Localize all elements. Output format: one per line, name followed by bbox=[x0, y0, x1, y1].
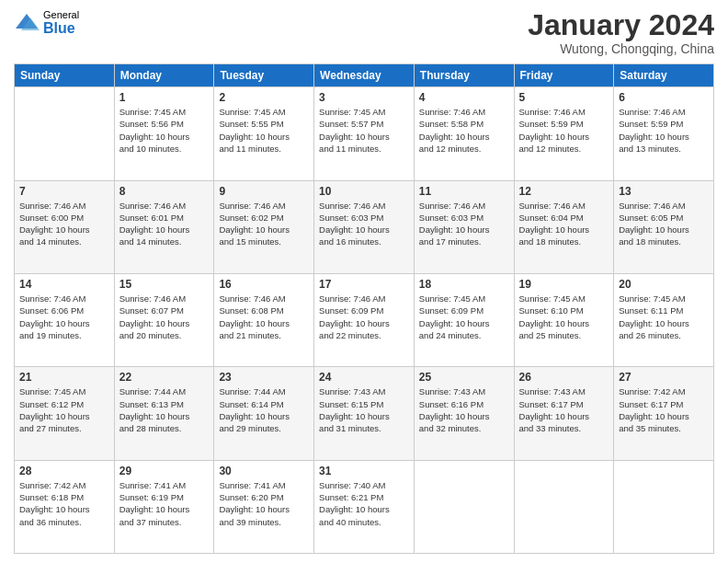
header-row: SundayMondayTuesdayWednesdayThursdayFrid… bbox=[15, 64, 714, 87]
calendar-table: SundayMondayTuesdayWednesdayThursdayFrid… bbox=[14, 63, 714, 554]
day-cell: 20Sunrise: 7:45 AMSunset: 6:11 PMDayligh… bbox=[614, 273, 714, 366]
col-tuesday: Tuesday bbox=[214, 64, 314, 87]
day-info: Sunrise: 7:46 AMSunset: 5:59 PMDaylight:… bbox=[519, 106, 609, 155]
day-cell: 7Sunrise: 7:46 AMSunset: 6:00 PMDaylight… bbox=[15, 180, 115, 273]
day-info: Sunrise: 7:43 AMSunset: 6:15 PMDaylight:… bbox=[319, 385, 409, 434]
day-info: Sunrise: 7:40 AMSunset: 6:21 PMDaylight:… bbox=[319, 479, 409, 528]
week-row-4: 21Sunrise: 7:45 AMSunset: 6:12 PMDayligh… bbox=[15, 367, 714, 460]
col-friday: Friday bbox=[514, 64, 614, 87]
day-info: Sunrise: 7:41 AMSunset: 6:19 PMDaylight:… bbox=[119, 479, 210, 528]
day-info: Sunrise: 7:45 AMSunset: 6:10 PMDaylight:… bbox=[519, 293, 609, 341]
day-number: 28 bbox=[19, 465, 109, 477]
day-cell: 21Sunrise: 7:45 AMSunset: 6:12 PMDayligh… bbox=[15, 367, 115, 460]
day-cell: 4Sunrise: 7:46 AMSunset: 5:58 PMDaylight… bbox=[414, 87, 514, 180]
day-cell: 27Sunrise: 7:42 AMSunset: 6:17 PMDayligh… bbox=[614, 367, 714, 460]
day-number: 26 bbox=[519, 371, 609, 384]
day-number: 17 bbox=[319, 278, 409, 291]
day-number: 31 bbox=[319, 465, 409, 477]
col-thursday: Thursday bbox=[414, 64, 514, 87]
day-info: Sunrise: 7:42 AMSunset: 6:17 PMDaylight:… bbox=[619, 385, 709, 434]
col-monday: Monday bbox=[114, 64, 214, 87]
day-number: 22 bbox=[119, 371, 210, 384]
day-cell: 25Sunrise: 7:43 AMSunset: 6:16 PMDayligh… bbox=[414, 367, 514, 460]
day-cell: 31Sunrise: 7:40 AMSunset: 6:21 PMDayligh… bbox=[314, 460, 415, 553]
day-info: Sunrise: 7:46 AMSunset: 6:06 PMDaylight:… bbox=[19, 293, 109, 341]
day-info: Sunrise: 7:43 AMSunset: 6:16 PMDaylight:… bbox=[419, 385, 509, 434]
day-number: 25 bbox=[419, 371, 509, 384]
day-cell: 11Sunrise: 7:46 AMSunset: 6:03 PMDayligh… bbox=[414, 180, 514, 273]
header-right: January 2024 Wutong, Chongqing, China bbox=[528, 9, 714, 56]
day-cell: 29Sunrise: 7:41 AMSunset: 6:19 PMDayligh… bbox=[114, 460, 214, 553]
day-number: 20 bbox=[619, 278, 709, 291]
day-info: Sunrise: 7:43 AMSunset: 6:17 PMDaylight:… bbox=[519, 385, 609, 434]
day-cell: 16Sunrise: 7:46 AMSunset: 6:08 PMDayligh… bbox=[214, 273, 314, 366]
week-row-5: 28Sunrise: 7:42 AMSunset: 6:18 PMDayligh… bbox=[15, 460, 714, 553]
header: General Blue January 2024 Wutong, Chongq… bbox=[14, 9, 714, 56]
day-number: 19 bbox=[519, 278, 609, 291]
logo: General Blue bbox=[14, 9, 79, 37]
day-cell: 15Sunrise: 7:46 AMSunset: 6:07 PMDayligh… bbox=[114, 273, 214, 366]
day-number: 21 bbox=[19, 371, 109, 384]
day-cell: 19Sunrise: 7:45 AMSunset: 6:10 PMDayligh… bbox=[514, 273, 614, 366]
day-cell: 2Sunrise: 7:45 AMSunset: 5:55 PMDaylight… bbox=[214, 87, 314, 180]
day-cell: 30Sunrise: 7:41 AMSunset: 6:20 PMDayligh… bbox=[214, 460, 314, 553]
day-info: Sunrise: 7:45 AMSunset: 5:55 PMDaylight:… bbox=[219, 106, 309, 155]
day-cell bbox=[15, 87, 115, 180]
day-info: Sunrise: 7:42 AMSunset: 6:18 PMDaylight:… bbox=[19, 479, 109, 528]
day-number: 23 bbox=[219, 371, 309, 384]
day-number: 13 bbox=[619, 185, 709, 198]
day-info: Sunrise: 7:46 AMSunset: 6:04 PMDaylight:… bbox=[519, 200, 609, 248]
logo-general: General bbox=[43, 9, 79, 20]
day-info: Sunrise: 7:46 AMSunset: 6:02 PMDaylight:… bbox=[219, 200, 309, 248]
day-number: 18 bbox=[419, 278, 509, 291]
day-number: 12 bbox=[519, 185, 609, 198]
month-title: January 2024 bbox=[528, 9, 714, 41]
logo-blue: Blue bbox=[43, 20, 79, 37]
day-info: Sunrise: 7:46 AMSunset: 6:05 PMDaylight:… bbox=[619, 200, 709, 248]
col-wednesday: Wednesday bbox=[314, 64, 415, 87]
day-cell bbox=[614, 460, 714, 553]
day-cell: 10Sunrise: 7:46 AMSunset: 6:03 PMDayligh… bbox=[314, 180, 415, 273]
day-number: 8 bbox=[119, 185, 210, 198]
day-cell: 5Sunrise: 7:46 AMSunset: 5:59 PMDaylight… bbox=[514, 87, 614, 180]
day-cell: 8Sunrise: 7:46 AMSunset: 6:01 PMDaylight… bbox=[114, 180, 214, 273]
day-cell: 12Sunrise: 7:46 AMSunset: 6:04 PMDayligh… bbox=[514, 180, 614, 273]
day-info: Sunrise: 7:46 AMSunset: 6:03 PMDaylight:… bbox=[319, 200, 409, 248]
day-cell: 9Sunrise: 7:46 AMSunset: 6:02 PMDaylight… bbox=[214, 180, 314, 273]
day-cell: 26Sunrise: 7:43 AMSunset: 6:17 PMDayligh… bbox=[514, 367, 614, 460]
day-info: Sunrise: 7:46 AMSunset: 6:01 PMDaylight:… bbox=[119, 200, 210, 248]
day-number: 4 bbox=[419, 91, 509, 104]
day-number: 3 bbox=[319, 91, 409, 104]
day-info: Sunrise: 7:46 AMSunset: 6:00 PMDaylight:… bbox=[19, 200, 109, 248]
day-cell: 23Sunrise: 7:44 AMSunset: 6:14 PMDayligh… bbox=[214, 367, 314, 460]
day-cell: 17Sunrise: 7:46 AMSunset: 6:09 PMDayligh… bbox=[314, 273, 415, 366]
day-info: Sunrise: 7:45 AMSunset: 6:09 PMDaylight:… bbox=[419, 293, 509, 341]
day-cell: 18Sunrise: 7:45 AMSunset: 6:09 PMDayligh… bbox=[414, 273, 514, 366]
day-cell bbox=[414, 460, 514, 553]
day-info: Sunrise: 7:46 AMSunset: 6:09 PMDaylight:… bbox=[319, 293, 409, 341]
day-number: 27 bbox=[619, 371, 709, 384]
day-number: 7 bbox=[19, 185, 109, 198]
week-row-1: 1Sunrise: 7:45 AMSunset: 5:56 PMDaylight… bbox=[15, 87, 714, 180]
day-number: 9 bbox=[219, 185, 309, 198]
logo-text: General Blue bbox=[43, 9, 79, 37]
day-number: 11 bbox=[419, 185, 509, 198]
day-info: Sunrise: 7:46 AMSunset: 5:58 PMDaylight:… bbox=[419, 106, 509, 155]
day-cell: 3Sunrise: 7:45 AMSunset: 5:57 PMDaylight… bbox=[314, 87, 415, 180]
day-info: Sunrise: 7:46 AMSunset: 6:08 PMDaylight:… bbox=[219, 293, 309, 341]
day-cell: 28Sunrise: 7:42 AMSunset: 6:18 PMDayligh… bbox=[15, 460, 115, 553]
day-number: 16 bbox=[219, 278, 309, 291]
day-cell: 6Sunrise: 7:46 AMSunset: 5:59 PMDaylight… bbox=[614, 87, 714, 180]
day-cell: 22Sunrise: 7:44 AMSunset: 6:13 PMDayligh… bbox=[114, 367, 214, 460]
day-info: Sunrise: 7:45 AMSunset: 5:57 PMDaylight:… bbox=[319, 106, 409, 155]
day-info: Sunrise: 7:44 AMSunset: 6:13 PMDaylight:… bbox=[119, 385, 210, 434]
day-cell: 24Sunrise: 7:43 AMSunset: 6:15 PMDayligh… bbox=[314, 367, 415, 460]
day-number: 24 bbox=[319, 371, 409, 384]
day-info: Sunrise: 7:44 AMSunset: 6:14 PMDaylight:… bbox=[219, 385, 309, 434]
col-sunday: Sunday bbox=[15, 64, 115, 87]
day-info: Sunrise: 7:46 AMSunset: 6:03 PMDaylight:… bbox=[419, 200, 509, 248]
day-info: Sunrise: 7:41 AMSunset: 6:20 PMDaylight:… bbox=[219, 479, 309, 528]
week-row-3: 14Sunrise: 7:46 AMSunset: 6:06 PMDayligh… bbox=[15, 273, 714, 366]
day-cell: 1Sunrise: 7:45 AMSunset: 5:56 PMDaylight… bbox=[114, 87, 214, 180]
day-number: 14 bbox=[19, 278, 109, 291]
